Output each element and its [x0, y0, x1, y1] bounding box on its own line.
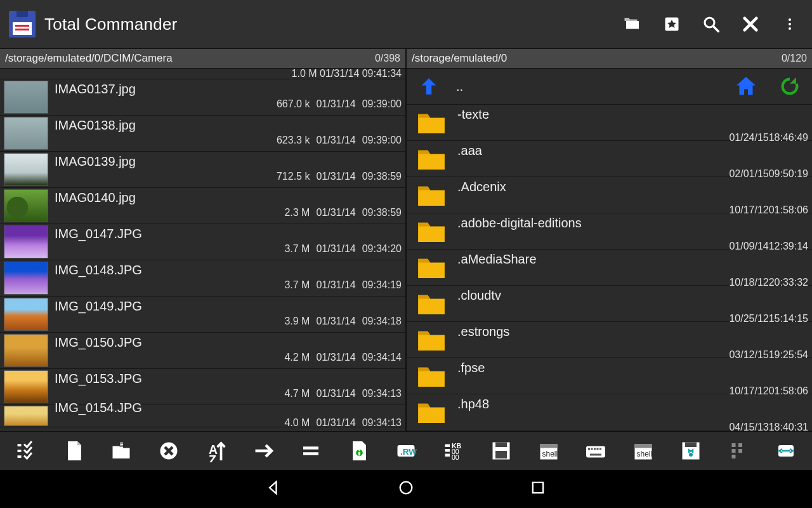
thumbnail — [4, 81, 48, 114]
list-item[interactable]: IMG_0148.JPG 3.7 M01/31/1409:34:19 — [0, 260, 405, 297]
info-button[interactable] — [335, 432, 383, 470]
svg-text:.RW: .RW — [400, 447, 417, 457]
file-meta: 4.0 M01/31/1409:34:13 — [284, 417, 402, 429]
zip-button[interactable] — [98, 432, 145, 470]
file-name: IMG_0149.JPG — [55, 299, 142, 314]
list-item[interactable]: .hp48 04/15/1318:40:31 — [407, 394, 812, 431]
file-name: IMAG0140.jpg — [55, 190, 136, 205]
list-item[interactable]: .cloudtv 10/25/1215:14:15 — [407, 286, 812, 322]
folder-name: .fpse — [457, 361, 485, 375]
list-item[interactable]: .aaa 02/01/1509:50:19 — [407, 141, 812, 177]
shell2-button[interactable]: shell — [620, 432, 667, 470]
menu-overflow-icon[interactable] — [779, 13, 801, 35]
right-pane: /storage/emulated/0 0/120 .. -texte 01/2… — [407, 48, 812, 431]
svg-text:shell: shell — [637, 450, 653, 458]
app-title: Total Commander — [44, 15, 178, 34]
svg-text:shell: shell — [542, 450, 558, 458]
file-name: IMG_0148.JPG — [55, 263, 142, 277]
list-item[interactable]: IMAG0140.jpg 2.3 M01/31/1409:38:59 — [0, 188, 405, 224]
equal-button[interactable] — [287, 432, 335, 470]
file-meta: 4.2 M01/31/1409:34:14 — [284, 352, 402, 363]
left-path: /storage/emulated/0/DCIM/Camera — [5, 52, 375, 65]
list-item[interactable]: IMG_0147.JPG 3.7 M01/31/1409:34:20 — [0, 224, 405, 260]
kb-button[interactable]: KB0000 — [429, 432, 477, 470]
svg-line-2 — [714, 27, 719, 32]
list-item[interactable]: IMG_0149.JPG 3.9 M01/31/1409:34:18 — [0, 297, 405, 333]
thumbnail — [4, 406, 48, 426]
folder-name: .aaa — [457, 144, 482, 157]
list-item[interactable]: IMG_0153.JPG 4.7 M01/31/1409:34:13 — [0, 369, 405, 405]
file-meta: 2.3 M01/31/1409:38:59 — [284, 207, 402, 218]
app-root: Total Commander /storage/emulated/0 — [0, 0, 812, 508]
svg-rect-49 — [533, 483, 543, 493]
back-button[interactable] — [265, 479, 283, 499]
svg-point-3 — [789, 18, 791, 21]
list-item[interactable]: .adobe-digital-editions 01/09/1412:39:14 — [407, 213, 812, 250]
file-name: IMG_0147.JPG — [55, 227, 142, 241]
svg-rect-46 — [738, 449, 742, 453]
left-file-list[interactable]: 1.0 M 01/31/14 09:41:34 IMAG0137.jpg 667… — [0, 69, 405, 431]
folder-icon — [417, 147, 446, 171]
file-meta: 4.7 M01/31/1409:34:13 — [284, 388, 402, 399]
folder-icon — [417, 364, 446, 388]
keyboard-button[interactable] — [572, 432, 620, 470]
folder-icon — [417, 400, 446, 424]
disk1-button[interactable] — [477, 432, 525, 470]
left-path-bar[interactable]: /storage/emulated/0/DCIM/Camera 0/398 — [0, 48, 405, 69]
recent-button[interactable] — [529, 479, 547, 499]
svg-point-4 — [789, 23, 791, 25]
shell1-button[interactable]: shell — [525, 432, 572, 470]
svg-rect-44 — [731, 455, 735, 458]
right-file-list[interactable]: .. -texte 01/24/1518:46:49 .aaa 02/01/15… — [407, 69, 812, 431]
left-count: 0/398 — [375, 53, 400, 64]
list-item[interactable]: IMAG0137.jpg 667.0 k01/31/1409:39:00 — [0, 79, 405, 116]
svg-rect-37 — [635, 444, 652, 448]
bottom-toolbar: AZ.RWKB0000shellshell — [0, 431, 812, 470]
refresh-icon[interactable] — [779, 76, 801, 97]
svg-point-14 — [358, 449, 360, 451]
folder-name: .hp48 — [457, 397, 489, 411]
close-icon[interactable] — [740, 13, 761, 35]
select-button[interactable] — [3, 432, 50, 470]
rw-button[interactable]: .RW — [383, 432, 430, 470]
overflow-button[interactable] — [714, 432, 762, 470]
list-item[interactable]: .estrongs 03/12/1519:25:54 — [407, 322, 812, 358]
folder-name: .cloudtv — [457, 288, 501, 302]
folders-icon[interactable] — [622, 13, 643, 35]
folder-icon — [417, 255, 446, 279]
home-button[interactable] — [397, 479, 415, 499]
copy-button[interactable] — [50, 432, 98, 470]
file-name: IMG_0153.JPG — [55, 371, 142, 386]
bookmark-icon[interactable] — [661, 13, 683, 35]
list-item[interactable]: .fpse 10/17/1201:58:06 — [407, 358, 812, 394]
search-icon[interactable] — [700, 13, 722, 35]
move-button[interactable] — [240, 432, 287, 470]
svg-rect-29 — [586, 446, 605, 458]
up-row[interactable]: .. — [407, 69, 812, 105]
disk-music-button[interactable] — [667, 432, 715, 470]
delete-button[interactable] — [145, 432, 192, 470]
swap-button[interactable] — [762, 432, 809, 470]
list-item[interactable]: IMG_0150.JPG 4.2 M01/31/1409:34:14 — [0, 333, 405, 369]
list-item[interactable]: IMAG0138.jpg 623.3 k01/31/1409:39:00 — [0, 116, 405, 152]
list-item[interactable]: -texte 01/24/1518:46:49 — [407, 105, 812, 141]
file-meta: 3.7 M01/31/1409:34:19 — [284, 279, 402, 291]
left-pane: /storage/emulated/0/DCIM/Camera 0/398 1.… — [0, 48, 407, 431]
list-item[interactable]: IMAG0139.jpg 712.5 k01/31/1409:38:59 — [0, 152, 405, 188]
list-item[interactable]: .aMediaShare 10/18/1220:33:32 — [407, 250, 812, 286]
home-icon[interactable] — [735, 75, 757, 98]
svg-rect-42 — [731, 443, 735, 447]
svg-rect-43 — [731, 449, 735, 453]
sort-button[interactable]: AZ — [192, 432, 240, 470]
right-path-bar[interactable]: /storage/emulated/0 0/120 — [407, 48, 812, 69]
thumbnail — [4, 334, 48, 367]
file-meta: 712.5 k01/31/1409:38:59 — [277, 171, 402, 182]
thumbnail — [4, 370, 48, 403]
folder-name: .aMediaShare — [457, 252, 537, 266]
app-bar: Total Commander — [0, 0, 812, 48]
android-navbar — [0, 470, 812, 508]
list-item[interactable]: .Adcenix 10/17/1201:58:06 — [407, 177, 812, 213]
svg-rect-27 — [540, 444, 557, 448]
file-meta: 3.9 M01/31/1409:34:18 — [284, 316, 402, 327]
list-item[interactable]: IMG_0154.JPG 4.0 M01/31/1409:34:13 — [0, 405, 405, 427]
